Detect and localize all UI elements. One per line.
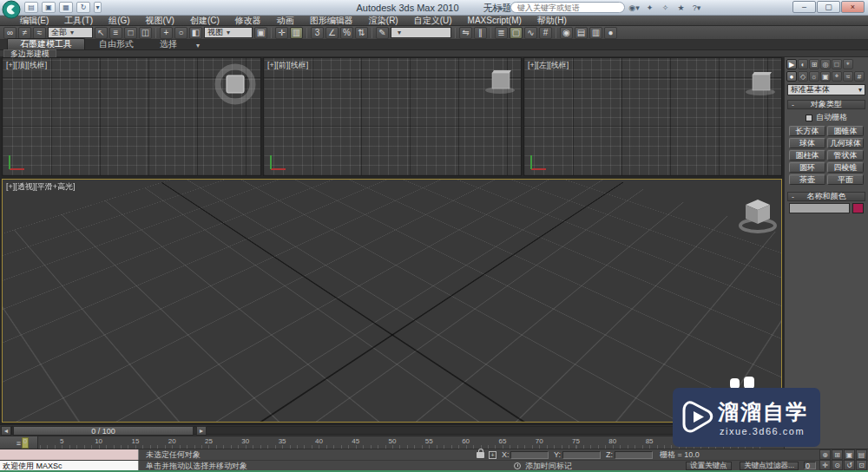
spacewarps-category-icon[interactable]: ≈ xyxy=(843,71,853,82)
bind-to-space-warp-icon[interactable]: ≈ xyxy=(33,27,46,39)
time-slider-handle[interactable]: 0 / 100 xyxy=(13,426,194,436)
lights-category-icon[interactable]: ☼ xyxy=(809,71,819,82)
favorites-star-icon[interactable]: ★ xyxy=(674,2,687,13)
spinner-snap-icon[interactable]: ⇅ xyxy=(355,27,368,39)
edit-named-sets-icon[interactable]: ✎ xyxy=(376,27,389,39)
app-logo-icon[interactable] xyxy=(2,0,21,19)
track-bar[interactable]: ≡ 05101520253035404550556065707580859095… xyxy=(0,436,784,449)
curve-editor-icon[interactable]: ∿ xyxy=(524,27,537,39)
menu-item-5[interactable]: 修改器 xyxy=(227,16,269,26)
object-button[interactable]: 平面 xyxy=(827,174,864,185)
zoom-all-icon[interactable]: ⊞ xyxy=(832,449,843,460)
display-tab-icon[interactable]: □ xyxy=(832,59,842,69)
object-button[interactable]: 球体 xyxy=(789,138,825,148)
ribbon-tab-2[interactable]: 选择 xyxy=(148,39,189,49)
unlink-selection-icon[interactable]: ≠ xyxy=(18,27,31,39)
reference-coordinate-dropdown[interactable]: 视图▾ xyxy=(204,27,253,38)
key-filters-button[interactable]: 关键点过滤器... xyxy=(740,462,799,470)
object-button[interactable]: 茶壶 xyxy=(789,174,825,185)
selection-filter-dropdown[interactable]: 全部▾ xyxy=(48,27,93,38)
viewport-left-label[interactable]: [+][左][线框] xyxy=(528,60,569,71)
window-crossing-icon[interactable]: ◫ xyxy=(139,27,152,39)
name-color-rollout-header[interactable]: - 名称和颜色 xyxy=(787,192,865,201)
primitive-category-dropdown[interactable]: 标准基本体▾ xyxy=(787,84,865,95)
object-button[interactable]: 管状体 xyxy=(827,150,864,161)
create-tab-icon[interactable]: ▶ xyxy=(786,59,797,69)
menu-item-2[interactable]: 组(G) xyxy=(101,16,137,26)
render-setup-icon[interactable]: ▤ xyxy=(575,27,588,39)
menu-item-4[interactable]: 创建(C) xyxy=(182,16,227,26)
menu-item-8[interactable]: 渲染(R) xyxy=(361,16,406,26)
viewport-front[interactable]: [+][前][线框] xyxy=(263,57,522,176)
zoom-extents-icon[interactable]: ▣ xyxy=(844,449,855,460)
menu-item-6[interactable]: 动画 xyxy=(269,16,302,26)
infocenter-search-input[interactable] xyxy=(510,2,625,13)
select-and-link-icon[interactable]: ∞ xyxy=(3,27,16,39)
viewcube-top-icon[interactable] xyxy=(212,62,259,106)
viewport-top[interactable]: [+][顶][线框] xyxy=(2,57,261,176)
viewcube-front-icon[interactable] xyxy=(481,67,519,98)
walkthrough-icon[interactable]: ↺ xyxy=(844,460,855,470)
snaps-toggle-icon[interactable]: 3 xyxy=(311,27,324,39)
motion-tab-icon[interactable]: ◎ xyxy=(820,59,831,69)
infocenter-collapse-icon[interactable]: ▸ xyxy=(495,2,508,13)
viewport-perspective-label[interactable]: [+][透视][平滑+高光] xyxy=(6,181,76,193)
select-and-rotate-icon[interactable]: ○ xyxy=(174,27,187,39)
help-icon[interactable]: ?▾ xyxy=(690,2,703,13)
menu-item-1[interactable]: 工具(T) xyxy=(56,16,101,26)
ribbon-tab-1[interactable]: 自由形式 xyxy=(87,39,146,49)
x-coordinate-field[interactable] xyxy=(510,451,549,459)
object-button[interactable]: 圆锥体 xyxy=(827,126,864,136)
minimize-button[interactable]: – xyxy=(792,1,816,13)
select-object-icon[interactable]: ↖ xyxy=(95,27,108,39)
orbit-icon[interactable]: ⊙ xyxy=(832,460,843,470)
selection-lock-icon[interactable] xyxy=(477,452,484,458)
menu-item-3[interactable]: 视图(V) xyxy=(138,16,182,26)
select-and-move-icon[interactable]: + xyxy=(160,27,173,39)
align-icon[interactable]: ∥ xyxy=(474,27,487,39)
viewport-perspective[interactable]: [+][透视][平滑+高光] xyxy=(2,179,782,423)
y-coordinate-field[interactable] xyxy=(562,451,601,459)
angle-snap-icon[interactable]: ∠ xyxy=(326,27,339,39)
ribbon-tab-0[interactable]: 石墨建模工具 xyxy=(7,38,85,49)
viewport-left[interactable]: [+][左][线框] xyxy=(523,57,782,176)
menu-item-9[interactable]: 自定义(U) xyxy=(406,16,460,26)
menu-item-10[interactable]: MAXScript(M) xyxy=(460,16,529,26)
pan-icon[interactable]: ✛ xyxy=(819,460,831,470)
layer-manager-icon[interactable]: ≣ xyxy=(495,27,508,39)
graphite-ribbon-toggle-icon[interactable]: ▢ xyxy=(510,27,523,39)
select-and-scale-icon[interactable]: ◧ xyxy=(189,27,202,39)
zoom-icon[interactable]: ⊕ xyxy=(819,449,831,460)
object-button[interactable]: 长方体 xyxy=(789,126,825,136)
zoom-extents-all-icon[interactable]: ▤ xyxy=(856,449,867,460)
rendered-frame-window-icon[interactable]: ▥ xyxy=(589,27,602,39)
rectangular-selection-region-icon[interactable]: □ xyxy=(124,27,137,39)
set-key-button[interactable]: 设置关键点 xyxy=(686,462,732,470)
infocenter-search-icon[interactable]: ◉▾ xyxy=(628,2,641,13)
object-color-swatch[interactable] xyxy=(852,203,864,213)
subscription-icon[interactable]: ✦ xyxy=(643,2,656,13)
shapes-category-icon[interactable]: ◇ xyxy=(798,71,808,82)
viewport-front-label[interactable]: [+][前][线框] xyxy=(267,60,308,71)
object-button[interactable]: 圆环 xyxy=(789,162,825,173)
select-by-name-icon[interactable]: ≡ xyxy=(109,27,122,39)
mini-curve-editor-button[interactable]: ≡ xyxy=(0,436,38,449)
percent-snap-icon[interactable]: % xyxy=(340,27,353,39)
previous-frame-arrow[interactable]: ◂ xyxy=(1,426,11,436)
next-frame-arrow[interactable]: ▸ xyxy=(196,426,207,436)
viewport-top-label[interactable]: [+][顶][线框] xyxy=(6,60,47,71)
z-coordinate-field[interactable] xyxy=(615,451,653,459)
named-selection-sets-dropdown[interactable]: ▾ xyxy=(391,27,451,38)
keyboard-shortcut-override-icon[interactable]: ▥ xyxy=(290,27,303,39)
material-editor-icon[interactable]: ◉ xyxy=(560,27,573,39)
hierarchy-tab-icon[interactable]: ⊞ xyxy=(809,59,819,69)
viewcube-left-icon[interactable] xyxy=(741,69,779,100)
close-button[interactable]: × xyxy=(841,1,865,13)
maximize-viewport-icon[interactable]: ⊡ xyxy=(856,460,867,470)
utilities-tab-icon[interactable]: ＊ xyxy=(843,59,853,69)
object-button[interactable]: 圆柱体 xyxy=(789,150,825,161)
geometry-category-icon[interactable]: ● xyxy=(786,71,797,82)
ribbon-tabs-caret-icon[interactable]: ▾ xyxy=(191,42,205,49)
viewcube-perspective-icon[interactable] xyxy=(733,193,782,238)
autogrid-checkbox[interactable] xyxy=(806,115,812,121)
